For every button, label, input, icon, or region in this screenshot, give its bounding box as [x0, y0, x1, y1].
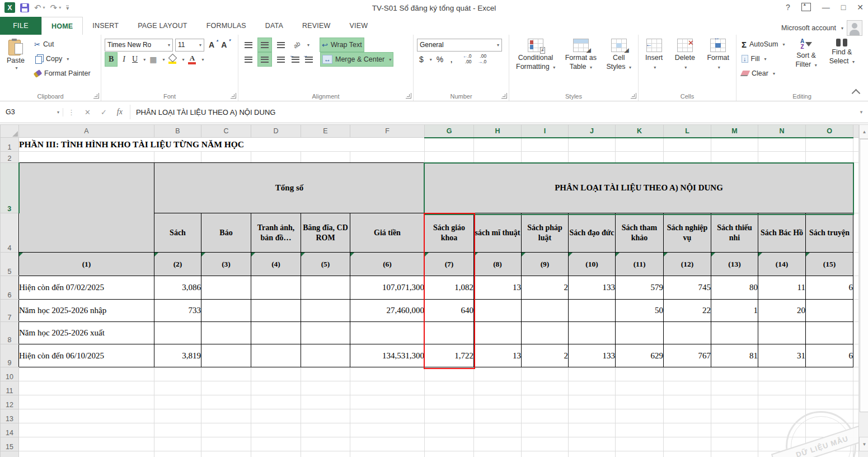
italic-button[interactable]: I	[120, 53, 128, 66]
col-header-M[interactable]: M	[711, 125, 758, 138]
cell-G6[interactable]: 1,082	[425, 276, 474, 300]
col-header-J[interactable]: J	[569, 125, 616, 138]
cell-G10[interactable]	[425, 367, 474, 381]
cell-N6[interactable]: 11	[758, 276, 806, 300]
cell-A12[interactable]	[19, 395, 154, 409]
cell-P8[interactable]	[853, 322, 859, 344]
cell-I16[interactable]	[522, 451, 569, 457]
cell-N1[interactable]	[758, 138, 806, 152]
cell-N13[interactable]	[758, 409, 806, 423]
cell-H14[interactable]	[474, 423, 522, 437]
cell-L6[interactable]: 745	[664, 276, 711, 300]
cell-G4[interactable]: Sách giáo khoa	[425, 213, 474, 253]
formula-input[interactable]: PHÂN LOẠI TÀI LIỆU THEO A) NỘI DUNG	[133, 108, 855, 116]
cell-F10[interactable]	[350, 367, 425, 381]
cell-M11[interactable]	[711, 381, 758, 395]
account-area[interactable]: Microsoft account ▾	[781, 20, 862, 36]
cell-G15[interactable]	[425, 437, 474, 451]
cell-A14[interactable]	[19, 423, 154, 437]
paste-button[interactable]: Paste ▾	[3, 38, 28, 80]
cell-H4[interactable]: sách mĩ thuật	[474, 213, 522, 253]
increase-font-size-button[interactable]: A▴	[207, 40, 217, 49]
comma-style-button[interactable]: ,	[448, 54, 455, 65]
cell-H6[interactable]: 13	[474, 276, 522, 300]
scroll-down-button[interactable]: ▼	[859, 437, 868, 451]
cell-P2[interactable]	[853, 152, 859, 163]
cell-L8[interactable]	[664, 322, 711, 344]
cell-B13[interactable]	[154, 409, 201, 423]
cell-A2[interactable]	[19, 152, 154, 163]
increase-indent-button[interactable]: →	[303, 53, 315, 66]
row-header-10[interactable]: 10	[1, 367, 19, 381]
cell-P11[interactable]	[853, 381, 859, 395]
cell-I5[interactable]: (9)	[522, 253, 569, 276]
cell-B3[interactable]: Tổng số	[154, 163, 425, 213]
col-header-C[interactable]: C	[201, 125, 251, 138]
cell-B16[interactable]	[154, 451, 201, 457]
cell-E9[interactable]	[301, 344, 350, 367]
tab-review[interactable]: REVIEW	[293, 17, 340, 35]
top-align-button[interactable]	[242, 38, 255, 52]
cell-K1[interactable]	[616, 138, 664, 152]
cell-K11[interactable]	[616, 381, 664, 395]
autosum-button[interactable]: ΣAutoSum▾	[740, 38, 786, 51]
font-name-select[interactable]: Times New Ro▾	[105, 39, 173, 52]
cell-M8[interactable]	[711, 322, 758, 344]
cell-O14[interactable]	[806, 423, 853, 437]
align-left-button[interactable]	[242, 53, 255, 66]
cell-D8[interactable]	[251, 322, 301, 344]
cell-O7[interactable]	[806, 300, 853, 322]
cell-F12[interactable]	[350, 395, 425, 409]
cell-K14[interactable]	[616, 423, 664, 437]
cell-I12[interactable]	[522, 395, 569, 409]
align-center-button[interactable]	[257, 52, 272, 67]
col-header-I[interactable]: I	[522, 125, 569, 138]
cell-I11[interactable]	[522, 381, 569, 395]
cell-A6[interactable]: Hiện còn đến 07/02/2025	[19, 276, 154, 300]
tab-file[interactable]: FILE	[0, 17, 41, 35]
sort-filter-button[interactable]: AZ Sort &Filter ▾	[792, 38, 820, 80]
cell-O6[interactable]: 6	[806, 276, 853, 300]
cell-G3[interactable]: PHÂN LOẠI TÀI LIỆU THEO A) NỘI DUNG	[425, 163, 853, 213]
cell-D10[interactable]	[251, 367, 301, 381]
cell-K4[interactable]: Sách tham khảo	[616, 213, 664, 253]
cell-N10[interactable]	[758, 367, 806, 381]
cell-M16[interactable]	[711, 451, 758, 457]
redo-button[interactable]: ↷	[50, 3, 58, 12]
cell-O10[interactable]	[806, 367, 853, 381]
cell-C12[interactable]	[201, 395, 251, 409]
cell-H11[interactable]	[474, 381, 522, 395]
cell-H16[interactable]	[474, 451, 522, 457]
cell-H1[interactable]	[474, 138, 522, 152]
cell-K6[interactable]: 579	[616, 276, 664, 300]
cell-C4[interactable]: Báo	[201, 213, 251, 253]
cell-A9[interactable]: Hiện còn đến 06/10/2025	[19, 344, 154, 367]
cell-P6[interactable]	[853, 276, 859, 300]
cell-P3[interactable]	[853, 163, 859, 213]
cell-G2[interactable]	[425, 152, 474, 163]
cell-D14[interactable]	[251, 423, 301, 437]
cell-N7[interactable]: 20	[758, 300, 806, 322]
cell-I10[interactable]	[522, 367, 569, 381]
cell-J5[interactable]: (10)	[569, 253, 616, 276]
row-header-13[interactable]: 13	[1, 409, 19, 423]
cell-G13[interactable]	[425, 409, 474, 423]
bottom-align-button[interactable]	[274, 38, 288, 52]
cell-K10[interactable]	[616, 367, 664, 381]
decrease-decimal-button[interactable]: .00→.0	[478, 54, 487, 65]
cell-C10[interactable]	[201, 367, 251, 381]
percent-style-button[interactable]: %	[434, 55, 445, 64]
formula-bar-expand-button[interactable]: ▾	[855, 109, 868, 115]
cell-B5[interactable]: (2)	[154, 253, 201, 276]
row-header-4[interactable]: 4	[1, 213, 19, 253]
cell-F5[interactable]: (6)	[350, 253, 425, 276]
enter-button[interactable]: ✓	[96, 108, 112, 116]
font-dialog-launcher[interactable]	[231, 93, 236, 99]
cell-N14[interactable]	[758, 423, 806, 437]
cell-G11[interactable]	[425, 381, 474, 395]
cell-K9[interactable]: 629	[616, 344, 664, 367]
tab-home[interactable]: HOME	[41, 17, 83, 35]
cell-F13[interactable]	[350, 409, 425, 423]
tab-page-layout[interactable]: PAGE LAYOUT	[128, 17, 197, 35]
cell-C8[interactable]	[201, 322, 251, 344]
